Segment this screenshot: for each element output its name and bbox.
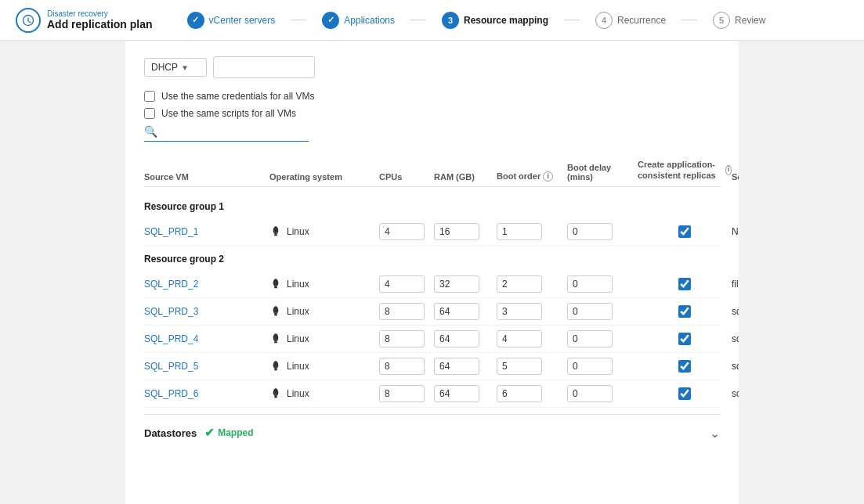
step-recurrence-label: Recurrence xyxy=(617,15,666,26)
boot-order-cell xyxy=(497,385,567,402)
scripts-cell: None ✏ xyxy=(732,225,739,237)
ram-input[interactable] xyxy=(434,303,479,320)
cpus-input[interactable] xyxy=(379,330,425,347)
cpus-input[interactable] xyxy=(379,303,425,320)
step-review-circle: 5 xyxy=(713,12,730,29)
vm-name[interactable]: SQL_PRD_6 xyxy=(144,388,269,399)
same-credentials-checkbox[interactable] xyxy=(144,91,155,102)
boot-delay-input[interactable] xyxy=(567,330,613,347)
datastores-row[interactable]: Datastores ✔ Mapped ⌄ xyxy=(144,414,720,452)
step-review[interactable]: 5 Review xyxy=(713,12,765,29)
os-cell: Linux xyxy=(269,387,379,400)
boot-delay-input[interactable] xyxy=(567,275,613,293)
dhcp-select[interactable]: DHCP ▼ xyxy=(144,58,207,77)
boot-order-cell xyxy=(497,223,567,240)
replica-checkbox[interactable] xyxy=(678,305,691,318)
same-scripts-row: Use the same scripts for all VMs xyxy=(144,108,720,119)
ram-cell xyxy=(434,330,497,347)
step-applications[interactable]: ✓ Applications xyxy=(322,12,395,29)
cpus-cell xyxy=(379,223,434,240)
col-replicas: Create application-consistent replicas i xyxy=(638,159,732,182)
wizard-steps: ✓ vCenter servers ✓ Applications 3 Resou… xyxy=(187,12,766,29)
step-recurrence-circle: 4 xyxy=(595,12,613,29)
os-cell: Linux xyxy=(269,333,379,345)
replicas-info-icon[interactable]: i xyxy=(725,165,732,175)
wizard-header: Disaster recovery Add replication plan ✓… xyxy=(0,0,864,41)
replica-checkbox-cell xyxy=(638,278,732,290)
ram-cell xyxy=(434,303,497,320)
ram-input[interactable] xyxy=(434,358,479,375)
boot-order-input[interactable] xyxy=(497,303,542,320)
step-divider-2 xyxy=(410,20,426,20)
main-area: DHCP ▼ Use the same credentials for all … xyxy=(0,41,864,504)
search-container: 🔍 xyxy=(144,125,309,142)
title-group: Disaster recovery Add replication plan xyxy=(47,9,153,31)
vm-name[interactable]: SQL_PRD_5 xyxy=(144,361,269,372)
vm-name[interactable]: SQL_PRD_4 xyxy=(144,333,269,344)
mapped-check-icon: ✔ xyxy=(204,426,215,440)
boot-order-input[interactable] xyxy=(497,385,542,402)
step-recurrence[interactable]: 4 Recurrence xyxy=(595,12,666,29)
boot-order-input[interactable] xyxy=(497,358,542,375)
col-source-vm: Source VM xyxy=(144,172,269,182)
recovery-icon xyxy=(21,13,35,27)
table-row: SQL_PRD_1 Linux None ✏ ⚠ Required ✏ xyxy=(144,218,720,246)
boot-delay-input[interactable] xyxy=(567,358,613,375)
step-review-label: Review xyxy=(735,15,765,26)
vm-name[interactable]: SQL_PRD_2 xyxy=(144,279,269,290)
cpus-cell xyxy=(379,385,434,402)
step-divider-1 xyxy=(291,20,306,20)
table-row: SQL_PRD_6 Linux sql_dr_prod.py ✏ ✔ Provi… xyxy=(144,380,720,408)
replica-checkbox[interactable] xyxy=(678,278,691,290)
cpus-cell xyxy=(379,358,434,375)
boot-delay-input[interactable] xyxy=(567,223,613,240)
cpus-input[interactable] xyxy=(379,385,425,402)
ram-cell xyxy=(434,275,497,293)
step-vcenter[interactable]: ✓ vCenter servers xyxy=(187,12,276,29)
replica-checkbox-cell xyxy=(638,305,732,318)
ip-input[interactable] xyxy=(213,56,315,78)
os-cell: Linux xyxy=(269,225,379,238)
boot-order-info-icon[interactable]: i xyxy=(543,171,553,182)
vm-name[interactable]: SQL_PRD_1 xyxy=(144,226,269,237)
replica-checkbox-cell xyxy=(638,360,732,373)
ram-input[interactable] xyxy=(434,330,479,347)
step-resource-mapping[interactable]: 3 Resource mapping xyxy=(442,12,548,29)
col-ram: RAM (GB) xyxy=(434,172,497,182)
datastores-chevron-icon[interactable]: ⌄ xyxy=(710,426,720,441)
table-row: SQL_PRD_3 Linux sql_dr_prod.py ✏ ✔ Provi… xyxy=(144,298,720,326)
logo-group: Disaster recovery Add replication plan xyxy=(16,8,153,33)
ram-input[interactable] xyxy=(434,385,479,402)
scripts-cell: sql_dr_prod.py ✏ xyxy=(732,360,739,372)
replica-checkbox[interactable] xyxy=(678,360,691,373)
vm-name[interactable]: SQL_PRD_3 xyxy=(144,306,269,317)
step-applications-label: Applications xyxy=(344,15,395,26)
cpus-input[interactable] xyxy=(379,275,425,293)
same-scripts-checkbox[interactable] xyxy=(144,108,155,119)
boot-order-cell xyxy=(497,330,567,347)
resource-group-2-label: Resource group 2 xyxy=(144,246,720,271)
cpus-input[interactable] xyxy=(379,358,425,375)
search-input[interactable] xyxy=(162,126,309,137)
boot-delay-input[interactable] xyxy=(567,303,613,320)
step-vcenter-circle: ✓ xyxy=(187,12,204,29)
boot-order-input[interactable] xyxy=(497,330,542,347)
boot-order-input[interactable] xyxy=(497,275,542,293)
table-row: SQL_PRD_5 Linux sql_dr_prod.py ✏ ✔ Provi… xyxy=(144,353,720,380)
cpus-input[interactable] xyxy=(379,223,425,240)
replica-checkbox[interactable] xyxy=(678,333,691,345)
boot-order-input[interactable] xyxy=(497,223,542,240)
replica-checkbox[interactable] xyxy=(678,225,691,238)
boot-delay-input[interactable] xyxy=(567,385,613,402)
logo-icon xyxy=(16,8,41,33)
replica-checkbox-cell xyxy=(638,225,732,238)
scripts-cell: sql_dr_prod.py ✏ xyxy=(732,333,739,344)
ram-input[interactable] xyxy=(434,275,479,293)
table-row: SQL_PRD_4 Linux sql_dr_prod.py ✏ ✔ Provi… xyxy=(144,326,720,353)
mapped-badge: ✔ Mapped xyxy=(204,426,253,440)
col-boot-order: Boot order i xyxy=(497,171,567,182)
linux-icon xyxy=(269,278,282,290)
replica-checkbox[interactable] xyxy=(678,387,691,400)
linux-icon xyxy=(269,225,282,238)
ram-input[interactable] xyxy=(434,223,479,240)
